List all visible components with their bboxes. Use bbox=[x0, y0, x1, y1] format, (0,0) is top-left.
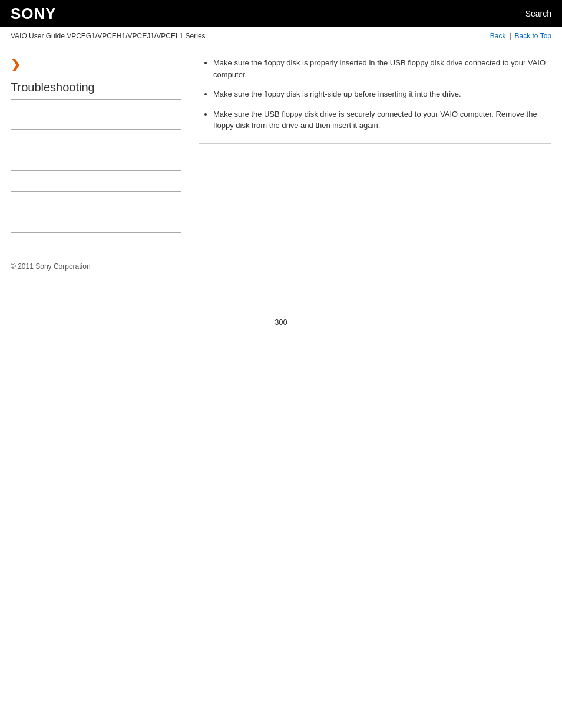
content-bullet-2: Make sure the floppy disk is right-side … bbox=[213, 88, 551, 100]
sidebar: ❯ Troubleshooting bbox=[11, 57, 193, 233]
sidebar-title: Troubleshooting bbox=[11, 81, 181, 100]
breadcrumb-nav: Back | Back to Top bbox=[490, 32, 551, 40]
sony-logo: SONY bbox=[11, 5, 57, 23]
list-item bbox=[11, 150, 181, 171]
sidebar-links bbox=[11, 109, 181, 233]
content-divider bbox=[199, 143, 551, 144]
sidebar-link-3[interactable] bbox=[11, 156, 181, 164]
breadcrumb-bar: VAIO User Guide VPCEG1/VPCEH1/VPCEJ1/VPC… bbox=[0, 27, 562, 45]
content-bullet-3: Make sure the USB floppy disk drive is s… bbox=[213, 108, 551, 131]
sidebar-link-4[interactable] bbox=[11, 177, 181, 185]
list-item bbox=[11, 192, 181, 212]
back-to-top-link[interactable]: Back to Top bbox=[515, 32, 551, 40]
chevron-icon: ❯ bbox=[11, 57, 181, 71]
list-item bbox=[11, 171, 181, 192]
list-item bbox=[11, 212, 181, 233]
sidebar-link-6[interactable] bbox=[11, 218, 181, 226]
content-list: Make sure the floppy disk is properly in… bbox=[199, 57, 551, 131]
copyright-text: © 2011 Sony Corporation bbox=[11, 262, 91, 271]
back-link[interactable]: Back bbox=[490, 32, 506, 40]
main-content: ❯ Troubleshooting Mak bbox=[0, 45, 562, 245]
page-number: 300 bbox=[0, 306, 562, 338]
footer: © 2011 Sony Corporation bbox=[0, 251, 562, 282]
sidebar-link-1[interactable] bbox=[11, 115, 181, 123]
content-bullet-1: Make sure the floppy disk is properly in… bbox=[213, 57, 551, 80]
sidebar-link-2[interactable] bbox=[11, 136, 181, 144]
header: SONY Search bbox=[0, 0, 562, 27]
list-item bbox=[11, 130, 181, 150]
list-item bbox=[11, 109, 181, 130]
search-button[interactable]: Search bbox=[525, 9, 551, 18]
content-area: Make sure the floppy disk is properly in… bbox=[193, 57, 551, 233]
breadcrumb-separator: | bbox=[509, 32, 511, 40]
sidebar-link-5[interactable] bbox=[11, 197, 181, 206]
guide-title: VAIO User Guide VPCEG1/VPCEH1/VPCEJ1/VPC… bbox=[11, 32, 206, 40]
